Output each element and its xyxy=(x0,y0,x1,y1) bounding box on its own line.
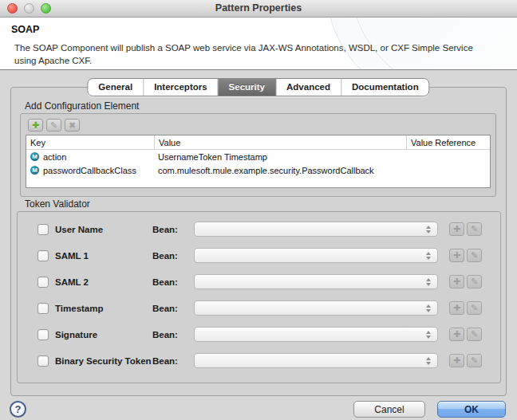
pencil-icon: ✎ xyxy=(471,329,478,340)
cancel-button[interactable]: Cancel xyxy=(353,401,425,418)
key-cell: M passwordCallbackClass xyxy=(26,166,154,175)
edit-bean-button: ✎ xyxy=(467,301,482,315)
bean-label: Bean: xyxy=(152,277,186,287)
page-description: The SOAP Component will publish a SOAP w… xyxy=(14,41,493,67)
bean-label: Bean: xyxy=(152,225,186,234)
bean-select[interactable] xyxy=(194,327,438,342)
window-controls xyxy=(7,3,51,14)
config-toolbar: ✚ ✎ ✖ xyxy=(28,119,80,131)
bean-select[interactable] xyxy=(194,248,438,263)
minimize-window-button xyxy=(24,3,34,14)
title-bar: Pattern Properties xyxy=(0,0,517,18)
tab-documentation[interactable]: Documentation xyxy=(341,79,429,96)
column-header-value[interactable]: Value xyxy=(154,135,406,149)
bean-select[interactable] xyxy=(194,274,438,289)
validator-row-binary-security-token: Binary Security Token Bean: ✚ ✎ xyxy=(37,352,491,369)
config-table-header: Key Value Value Reference xyxy=(26,135,490,150)
validator-label: Signature xyxy=(55,330,152,340)
add-bean-button: ✚ xyxy=(449,354,464,367)
validator-row-timestamp: Timestamp Bean: ✚ ✎ xyxy=(37,300,491,316)
chevron-updown-icon xyxy=(426,331,431,339)
key-text: action xyxy=(43,152,66,162)
chevron-updown-icon xyxy=(426,304,431,312)
add-bean-button: ✚ xyxy=(449,222,464,236)
plus-icon: ✚ xyxy=(453,250,460,261)
plus-icon: ✚ xyxy=(453,355,460,366)
add-bean-button: ✚ xyxy=(449,249,464,262)
chevron-updown-icon xyxy=(426,357,431,365)
config-table[interactable]: Key Value Value Reference M action Usern… xyxy=(26,135,491,188)
column-header-value-reference[interactable]: Value Reference xyxy=(406,135,490,149)
validator-label: Binary Security Token xyxy=(55,356,152,366)
pattern-properties-dialog: Pattern Properties SOAP The SOAP Compone… xyxy=(0,0,517,420)
dialog-content: General Interceptors Security Advanced D… xyxy=(0,71,517,420)
plus-icon: ✚ xyxy=(453,277,460,287)
dialog-header: SOAP The SOAP Component will publish a S… xyxy=(0,18,517,70)
edit-bean-button: ✎ xyxy=(467,354,482,367)
edit-bean-button: ✎ xyxy=(467,249,482,262)
key-cell: M action xyxy=(26,152,154,162)
token-validator-group: User Name Bean: ✚ ✎ SAML 1 Bean: xyxy=(17,211,501,383)
validator-row-saml2: SAML 2 Bean: ✚ ✎ xyxy=(37,273,491,290)
ok-button[interactable]: OK xyxy=(437,401,506,418)
config-section-group: ✚ ✎ ✖ Key Value Value Reference xyxy=(20,113,496,197)
add-bean-button: ✚ xyxy=(449,301,464,315)
tab-general[interactable]: General xyxy=(88,79,144,96)
bean-select[interactable] xyxy=(194,353,438,368)
validator-label: SAML 2 xyxy=(55,277,152,287)
config-section-title: Add Configuration Element xyxy=(25,100,139,112)
tab-bar: General Interceptors Security Advanced D… xyxy=(87,78,429,96)
signature-checkbox[interactable] xyxy=(37,329,49,340)
binary-security-token-checkbox[interactable] xyxy=(37,355,49,367)
edit-config-button: ✎ xyxy=(46,119,61,131)
validator-label: Timestamp xyxy=(55,304,152,313)
add-config-button[interactable]: ✚ xyxy=(28,119,43,131)
bean-label: Bean: xyxy=(152,251,186,261)
pencil-icon: ✎ xyxy=(471,250,478,261)
window-title: Pattern Properties xyxy=(0,0,517,17)
pencil-icon: ✎ xyxy=(471,303,478,313)
bean-label: Bean: xyxy=(152,304,186,313)
chevron-updown-icon xyxy=(426,252,431,260)
bean-select[interactable] xyxy=(194,300,438,316)
pencil-icon: ✎ xyxy=(471,355,478,366)
user-name-checkbox[interactable] xyxy=(37,224,49,235)
mule-icon: M xyxy=(30,152,39,161)
validator-label: SAML 1 xyxy=(55,251,152,261)
plus-icon: ✚ xyxy=(453,303,460,313)
edit-bean-button: ✎ xyxy=(467,328,482,341)
bean-select[interactable] xyxy=(194,222,438,237)
saml1-checkbox[interactable] xyxy=(37,250,49,261)
chevron-updown-icon xyxy=(426,278,431,286)
key-text: passwordCallbackClass xyxy=(43,166,136,175)
validator-row-saml1: SAML 1 Bean: ✚ ✎ xyxy=(37,247,491,264)
token-validator-title: Token Validator xyxy=(25,198,90,210)
add-bean-button: ✚ xyxy=(449,328,464,341)
plus-icon: ✚ xyxy=(32,121,39,130)
table-row[interactable]: M action UsernameToken Timestamp xyxy=(26,150,490,163)
saml2-checkbox[interactable] xyxy=(37,277,49,288)
value-cell: UsernameToken Timestamp xyxy=(154,152,406,162)
validator-row-signature: Signature Bean: ✚ ✎ xyxy=(37,326,491,343)
close-window-button[interactable] xyxy=(7,3,18,14)
chevron-updown-icon xyxy=(426,226,431,234)
mule-icon: M xyxy=(30,166,39,175)
pencil-icon: ✎ xyxy=(471,224,478,234)
bean-label: Bean: xyxy=(152,356,186,366)
plus-icon: ✚ xyxy=(453,329,460,340)
edit-bean-button: ✎ xyxy=(467,275,482,289)
help-button[interactable]: ? xyxy=(10,401,26,418)
tab-advanced[interactable]: Advanced xyxy=(276,79,341,96)
tab-security[interactable]: Security xyxy=(219,79,276,96)
add-bean-button: ✚ xyxy=(449,275,464,289)
pencil-icon: ✎ xyxy=(50,121,57,130)
table-row[interactable]: M passwordCallbackClass com.mulesoft.mul… xyxy=(26,163,490,177)
timestamp-checkbox[interactable] xyxy=(37,303,49,314)
security-tab-panel: Add Configuration Element ✚ ✎ ✖ Key xyxy=(10,87,507,396)
bean-label: Bean: xyxy=(152,330,186,340)
zoom-window-button[interactable] xyxy=(41,3,51,14)
tab-interceptors[interactable]: Interceptors xyxy=(144,79,218,96)
column-header-key[interactable]: Key xyxy=(26,135,154,149)
token-validator-rows: User Name Bean: ✚ ✎ SAML 1 Bean: xyxy=(18,212,500,369)
page-title: SOAP xyxy=(11,24,39,35)
